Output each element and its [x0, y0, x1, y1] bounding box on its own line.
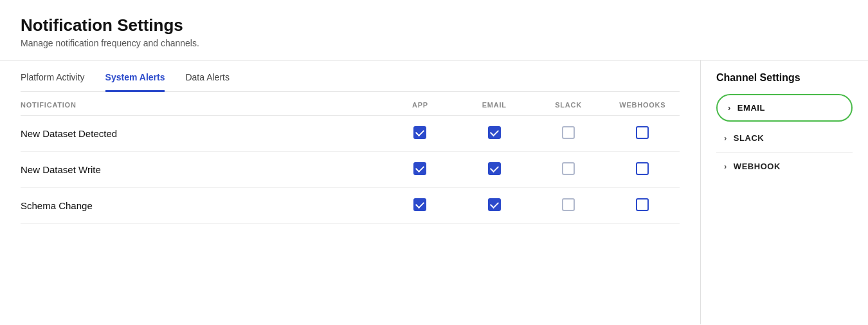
col-header-webhooks: WEBHOOKS	[606, 92, 680, 116]
chevron-right-icon: ›	[724, 133, 727, 143]
table-row: New Dataset Detected	[21, 116, 680, 152]
row-email-checkbox[interactable]	[457, 188, 531, 224]
sidebar-item-label-slack: SLACK	[734, 133, 845, 143]
row-app-checkbox[interactable]	[383, 116, 457, 152]
col-header-email: EMAIL	[457, 92, 531, 116]
tab-system-alerts[interactable]: System Alerts	[105, 72, 165, 92]
row-webhooks-checkbox[interactable]	[606, 152, 680, 188]
table-row: Schema Change	[21, 188, 680, 224]
sidebar-item-label-email: EMAIL	[737, 103, 841, 113]
page-subtitle: Manage notification frequency and channe…	[21, 38, 847, 48]
sidebar-item-label-webhook: WEBHOOK	[734, 162, 845, 171]
chevron-right-icon: ›	[728, 103, 731, 113]
checked-checkbox-icon[interactable]	[413, 162, 426, 175]
row-label: New Dataset Detected	[21, 116, 383, 152]
row-email-checkbox[interactable]	[457, 152, 531, 188]
tab-platform-activity[interactable]: Platform Activity	[21, 72, 85, 92]
checked-checkbox-icon[interactable]	[413, 126, 426, 139]
checked-checkbox-icon[interactable]	[488, 198, 501, 211]
notification-table: NOTIFICATION APP EMAIL SLACK WEBHOOKS Ne…	[21, 92, 680, 224]
tab-bar: Platform Activity System Alerts Data Ale…	[21, 60, 680, 92]
unchecked-checkbox-icon[interactable]	[562, 126, 575, 139]
row-webhooks-checkbox[interactable]	[606, 116, 680, 152]
unchecked-checkbox-icon[interactable]	[562, 162, 575, 175]
sidebar-item-webhook[interactable]: ›WEBHOOK	[716, 153, 853, 180]
row-slack-checkbox[interactable]	[531, 152, 605, 188]
row-app-checkbox[interactable]	[383, 152, 457, 188]
row-app-checkbox[interactable]	[383, 188, 457, 224]
row-slack-checkbox[interactable]	[531, 116, 605, 152]
col-header-slack: SLACK	[531, 92, 605, 116]
checked-checkbox-icon[interactable]	[413, 198, 426, 211]
page-title: Notification Settings	[21, 15, 847, 35]
sidebar-item-slack[interactable]: ›SLACK	[716, 124, 853, 153]
checked-checkbox-icon[interactable]	[488, 162, 501, 175]
sidebar-title: Channel Settings	[716, 72, 853, 84]
channel-settings-sidebar: Channel Settings ›EMAIL›SLACK›WEBHOOK	[701, 60, 868, 324]
tab-data-alerts[interactable]: Data Alerts	[185, 72, 229, 92]
row-slack-checkbox[interactable]	[531, 188, 605, 224]
row-label: Schema Change	[21, 188, 383, 224]
row-email-checkbox[interactable]	[457, 116, 531, 152]
content-area: Platform Activity System Alerts Data Ale…	[0, 60, 701, 324]
unchecked-checkbox-blue-icon[interactable]	[636, 162, 649, 175]
unchecked-checkbox-blue-icon[interactable]	[636, 198, 649, 211]
sidebar-item-email[interactable]: ›EMAIL	[716, 94, 853, 122]
page-header: Notification Settings Manage notificatio…	[0, 0, 868, 60]
col-header-notification: NOTIFICATION	[21, 92, 383, 116]
checked-checkbox-icon[interactable]	[488, 126, 501, 139]
row-webhooks-checkbox[interactable]	[606, 188, 680, 224]
unchecked-checkbox-icon[interactable]	[562, 198, 575, 211]
unchecked-checkbox-blue-icon[interactable]	[636, 126, 649, 139]
chevron-right-icon: ›	[724, 162, 727, 171]
row-label: New Dataset Write	[21, 152, 383, 188]
table-row: New Dataset Write	[21, 152, 680, 188]
col-header-app: APP	[383, 92, 457, 116]
